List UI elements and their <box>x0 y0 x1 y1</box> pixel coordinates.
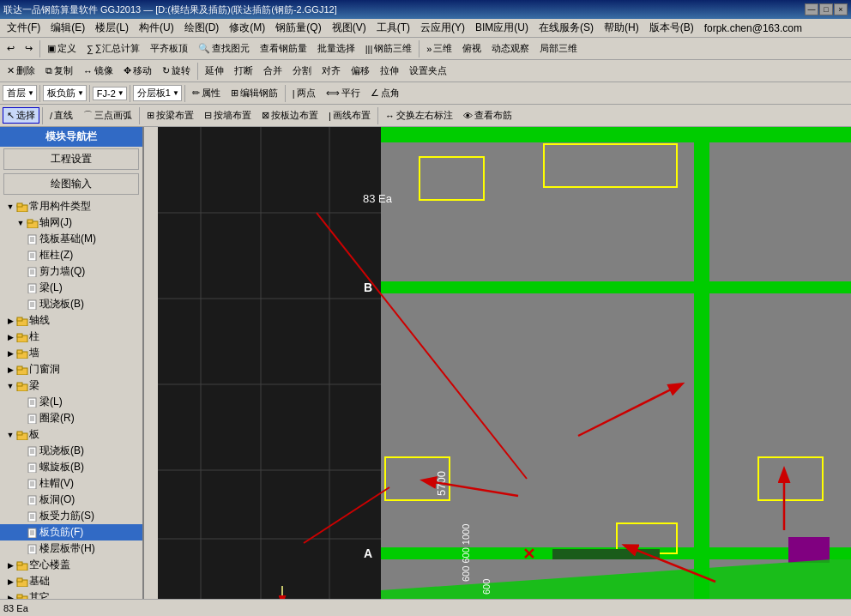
stretch-button[interactable]: 拉伸 <box>376 63 403 79</box>
line-button[interactable]: / 直线 <box>45 107 77 124</box>
floor-dropdown[interactable]: 首层 ▼ <box>3 85 37 101</box>
by-beam-button[interactable]: ⊞ 按梁布置 <box>142 107 198 124</box>
split-button[interactable]: 分割 <box>288 63 316 79</box>
menu-item-y[interactable]: 云应用(Y) <box>415 19 470 37</box>
tree-item-14[interactable]: ▼板 <box>0 426 142 443</box>
view-rebar-layout-button[interactable]: 👁 查看布筋 <box>459 107 516 124</box>
mirror-button[interactable]: ↔ 镜像 <box>79 63 118 79</box>
tree-toggle: ▶ <box>5 333 15 341</box>
tree-item-11[interactable]: ▼梁 <box>0 377 142 394</box>
3d-button[interactable]: » 三维 <box>422 40 456 57</box>
tree-item-13[interactable]: 圈梁(R) <box>0 410 142 426</box>
tree-item-6[interactable]: 现浇板(B) <box>0 296 142 312</box>
drawing-input-btn[interactable]: 绘图输入 <box>3 173 139 195</box>
layer-dropdown[interactable]: 分层板1 ▼ <box>133 85 182 101</box>
draw-line-button[interactable]: | 画线布置 <box>324 107 375 124</box>
flat-top-button[interactable]: 平齐板顶 <box>146 40 192 57</box>
tree-item-21[interactable]: 楼层板带(H) <box>0 541 142 557</box>
menu-item-bimu[interactable]: BIM应用(U) <box>470 19 534 37</box>
menu-item-t[interactable]: 工具(T) <box>371 19 415 37</box>
edit-rebar-button[interactable]: ⊞ 编辑钢筋 <box>226 85 282 101</box>
find-button[interactable]: 🔍 查找图元 <box>194 40 254 57</box>
arc-button[interactable]: ⌒ 三点画弧 <box>79 107 136 124</box>
offset-button[interactable]: 偏移 <box>347 63 374 79</box>
menu-item-f[interactable]: 文件(F) <box>2 19 45 37</box>
tree-item-18[interactable]: 板洞(O) <box>0 492 142 508</box>
tree-label: 楼层板带(H) <box>39 541 95 556</box>
tree-item-16[interactable]: 螺旋板(B) <box>0 459 142 475</box>
menu-item-v[interactable]: 视图(V) <box>327 19 371 37</box>
project-settings-btn[interactable]: 工程设置 <box>3 148 139 170</box>
rebar-3d-button[interactable]: |||钢筋三维 <box>361 40 417 57</box>
menu-item-l[interactable]: 楼层(L) <box>90 19 134 37</box>
sep9 <box>42 107 43 124</box>
tree-item-12[interactable]: 梁(L) <box>0 394 142 410</box>
angle-point-button[interactable]: ∠ 点角 <box>366 85 404 101</box>
move-button[interactable]: ✥ 移动 <box>119 63 156 79</box>
close-button[interactable]: × <box>834 3 848 15</box>
tree-label: 梁(L) <box>39 281 63 295</box>
break-button[interactable]: 打断 <box>230 63 257 79</box>
tree-item-17[interactable]: 柱帽(V) <box>0 475 142 492</box>
minimize-button[interactable]: — <box>805 3 818 15</box>
two-point-button[interactable]: | 两点 <box>288 85 320 101</box>
delete-button[interactable]: ✕ 删除 <box>3 63 39 79</box>
fj2-dropdown[interactable]: FJ-2 ▼ <box>93 87 127 100</box>
maximize-button[interactable]: □ <box>819 3 833 15</box>
tree-toggle: ▼ <box>15 219 26 227</box>
svg-rect-108 <box>788 537 830 563</box>
by-board-edge-button[interactable]: ⊠ 按板边布置 <box>257 107 323 124</box>
canvas-area[interactable]: 5700 600 600 1000 600 B A ✕ Y <box>158 127 851 616</box>
sum-button[interactable]: ∑ ∑汇总计算 <box>82 40 144 57</box>
tree-item-8[interactable]: ▶柱 <box>0 329 142 345</box>
rotate-button[interactable]: ↻ 旋转 <box>158 63 195 79</box>
batch-select-button[interactable]: 批量选择 <box>313 40 359 57</box>
tree-item-5[interactable]: 梁(L) <box>0 280 142 296</box>
menu-item-e[interactable]: 编辑(E) <box>45 19 90 37</box>
tree-item-23[interactable]: ▶基础 <box>0 573 142 589</box>
parallel-button[interactable]: ⟺ 平行 <box>322 85 365 101</box>
member-dropdown[interactable]: 板负筋 ▼ <box>43 85 87 101</box>
svg-rect-77 <box>17 595 22 598</box>
tree-item-1[interactable]: ▼轴网(J) <box>0 214 142 231</box>
tree-item-10[interactable]: ▶门窗洞 <box>0 361 142 377</box>
tree-item-9[interactable]: ▶墙 <box>0 345 142 361</box>
tree-item-19[interactable]: 板受力筋(S) <box>0 508 142 524</box>
by-wall-button[interactable]: ⊟ 按墙布置 <box>200 107 256 124</box>
property-button[interactable]: ✏ 属性 <box>188 85 225 101</box>
grip-button[interactable]: 设置夹点 <box>405 63 451 79</box>
local-3d-button[interactable]: 局部三维 <box>535 40 582 57</box>
view-rebar-button[interactable]: 查看钢筋量 <box>256 40 311 57</box>
layer-dropdown-arrow: ▼ <box>172 89 179 97</box>
tree-item-0[interactable]: ▼常用构件类型 <box>0 198 142 214</box>
undo-button[interactable]: ↩ <box>3 41 19 56</box>
top-view-button[interactable]: 俯视 <box>458 40 486 57</box>
tree-item-3[interactable]: 框柱(Z) <box>0 247 142 263</box>
menu-item-h[interactable]: 帮助(H) <box>599 19 644 37</box>
merge-button[interactable]: 合并 <box>259 63 287 79</box>
tree-toggle: ▼ <box>5 431 15 439</box>
tree-item-4[interactable]: 剪力墙(Q) <box>0 263 142 280</box>
select-button[interactable]: ↖ 选择 <box>3 107 39 124</box>
swap-annotation-button[interactable]: ↔ 交换左右标注 <box>381 107 457 124</box>
extend-button[interactable]: 延伸 <box>201 63 228 79</box>
menu-item-d[interactable]: 绘图(D) <box>179 19 225 37</box>
tree-icon <box>26 462 39 473</box>
tree-item-15[interactable]: 现浇板(B) <box>0 443 142 459</box>
tree-item-20[interactable]: 板负筋(F) <box>0 524 142 541</box>
tree-item-7[interactable]: ▶轴线 <box>0 312 142 329</box>
menu-item-b[interactable]: 版本号(B) <box>644 19 699 37</box>
menu-item-forpkchencom[interactable]: forpk.chen@163.com <box>699 21 807 36</box>
dynamic-view-button[interactable]: 动态观察 <box>487 40 534 57</box>
menu-item-s[interactable]: 在线服务(S) <box>534 19 599 37</box>
menu-item-q[interactable]: 钢筋量(Q) <box>270 19 326 37</box>
define-button[interactable]: ▣ 定义 <box>43 40 81 57</box>
tree-label: 剪力墙(Q) <box>39 264 85 279</box>
tree-item-22[interactable]: ▶空心楼盖 <box>0 557 142 573</box>
align-button[interactable]: 对齐 <box>317 63 345 79</box>
copy-button[interactable]: ⧉ 复制 <box>41 63 77 79</box>
redo-button[interactable]: ↪ <box>21 41 37 56</box>
menu-item-u[interactable]: 构件(U) <box>134 19 179 37</box>
menu-item-m[interactable]: 修改(M) <box>224 19 270 37</box>
tree-item-2[interactable]: 筏板基础(M) <box>0 231 142 247</box>
